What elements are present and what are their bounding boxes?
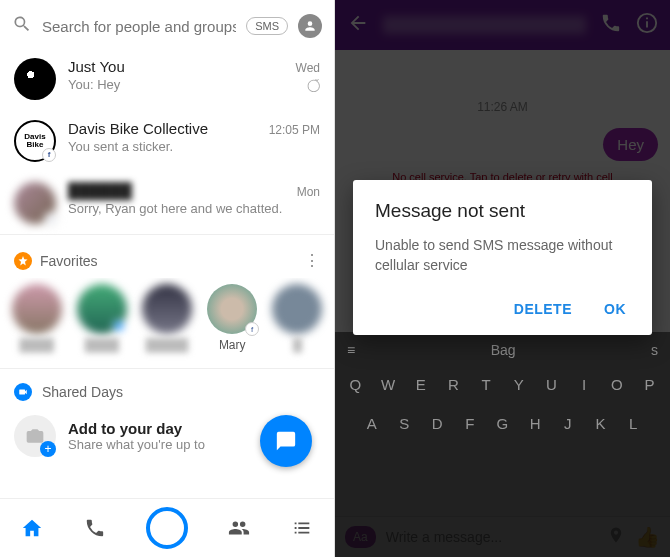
- favorite-item[interactable]: █████: [136, 284, 197, 352]
- conversation-item[interactable]: f ██████Mon Sorry, Ryan got here and we …: [0, 172, 334, 234]
- keyboard: ≡ Bag s QWERTYUIOP ASDFGHJKL: [335, 332, 670, 557]
- nav-camera-ring[interactable]: [146, 507, 188, 549]
- camera-icon: [14, 383, 32, 401]
- key[interactable]: O: [603, 368, 631, 401]
- suggestion[interactable]: Bag: [363, 342, 643, 358]
- key[interactable]: W: [374, 368, 402, 401]
- key[interactable]: Q: [341, 368, 369, 401]
- key[interactable]: P: [636, 368, 664, 401]
- facebook-badge-icon: f: [245, 322, 259, 336]
- add-day-camera-icon: +: [14, 415, 56, 457]
- add-day-subtitle: Share what you're up to: [68, 437, 205, 452]
- online-badge-icon: [113, 320, 125, 332]
- nav-people-icon[interactable]: [226, 515, 252, 541]
- sms-right-panel: ██████████ 11:26 AM Hey No cell service.…: [335, 0, 670, 557]
- search-input[interactable]: [42, 18, 236, 35]
- avatar: DavisBikef: [14, 120, 56, 162]
- favorite-item[interactable]: ████: [71, 284, 132, 352]
- favorites-label: Favorites: [40, 253, 296, 269]
- star-icon: [14, 252, 32, 270]
- favorites-header: Favorites ⋮: [0, 234, 334, 278]
- conversation-name: Davis Bike Collective: [68, 120, 208, 137]
- suggestion-bar: ≡ Bag s: [339, 338, 666, 362]
- conversation-name: ██████: [68, 182, 132, 199]
- key[interactable]: K: [587, 407, 615, 440]
- conversation-preview: You: Hey: [68, 77, 120, 92]
- conversation-name: Just You: [68, 58, 125, 75]
- key[interactable]: E: [407, 368, 435, 401]
- nav-home-icon[interactable]: [19, 515, 45, 541]
- key[interactable]: U: [537, 368, 565, 401]
- key[interactable]: D: [423, 407, 451, 440]
- key[interactable]: A: [358, 407, 386, 440]
- plus-badge-icon: +: [40, 441, 56, 457]
- favorite-name: Mary: [219, 338, 246, 352]
- key-row: QWERTYUIOP: [339, 368, 666, 401]
- error-dialog: Message not sent Unable to send SMS mess…: [353, 180, 652, 335]
- favorite-item[interactable]: ████: [6, 284, 67, 352]
- compose-fab[interactable]: [260, 415, 312, 467]
- favorite-item[interactable]: █: [267, 284, 328, 352]
- add-to-day-row[interactable]: + Add to your day Share what you're up t…: [0, 409, 334, 471]
- more-icon[interactable]: ⋮: [304, 251, 320, 270]
- conversation-item[interactable]: DavisBikef Davis Bike Collective12:05 PM…: [0, 110, 334, 172]
- search-icon[interactable]: [12, 14, 32, 38]
- dialog-body: Unable to send SMS message without cellu…: [375, 236, 630, 275]
- ok-button[interactable]: OK: [600, 293, 630, 325]
- key[interactable]: T: [472, 368, 500, 401]
- key-row: ASDFGHJKL: [339, 407, 666, 440]
- conversation-time: 12:05 PM: [269, 123, 320, 137]
- conversation-time: Mon: [297, 185, 320, 199]
- messenger-left-panel: SMS Just YouWed You: Hey◯̌ DavisBikef Da…: [0, 0, 335, 557]
- key[interactable]: G: [488, 407, 516, 440]
- nav-menu-icon[interactable]: [289, 515, 315, 541]
- add-day-title: Add to your day: [68, 420, 205, 437]
- favorite-item[interactable]: fMary: [202, 284, 263, 352]
- shared-days-header: Shared Days: [0, 368, 334, 409]
- key[interactable]: S: [390, 407, 418, 440]
- bottom-nav: [0, 498, 334, 557]
- avatar: f: [14, 182, 56, 224]
- dialog-title: Message not sent: [375, 200, 630, 222]
- key[interactable]: L: [619, 407, 647, 440]
- key[interactable]: R: [439, 368, 467, 401]
- nav-calls-icon[interactable]: [82, 515, 108, 541]
- key[interactable]: I: [570, 368, 598, 401]
- conversation-preview: You sent a sticker.: [68, 139, 320, 154]
- shared-days-label: Shared Days: [42, 384, 123, 400]
- conversation-item[interactable]: Just YouWed You: Hey◯̌: [0, 48, 334, 110]
- key[interactable]: Y: [505, 368, 533, 401]
- facebook-badge-icon: f: [44, 212, 58, 226]
- avatar: [14, 58, 56, 100]
- profile-icon[interactable]: [298, 14, 322, 38]
- sms-badge[interactable]: SMS: [246, 17, 288, 35]
- key[interactable]: H: [521, 407, 549, 440]
- keyboard-menu-icon[interactable]: ≡: [347, 342, 355, 358]
- suggestion[interactable]: s: [651, 342, 658, 358]
- search-row: SMS: [0, 0, 334, 48]
- facebook-badge-icon: f: [42, 148, 56, 162]
- delivered-icon: ◯̌: [307, 78, 320, 92]
- conversation-preview: Sorry, Ryan got here and we chatted.: [68, 201, 320, 216]
- key[interactable]: F: [456, 407, 484, 440]
- conversation-time: Wed: [296, 61, 320, 75]
- delete-button[interactable]: DELETE: [510, 293, 576, 325]
- favorites-row: ████ ████ █████ fMary █: [0, 278, 334, 368]
- key[interactable]: J: [554, 407, 582, 440]
